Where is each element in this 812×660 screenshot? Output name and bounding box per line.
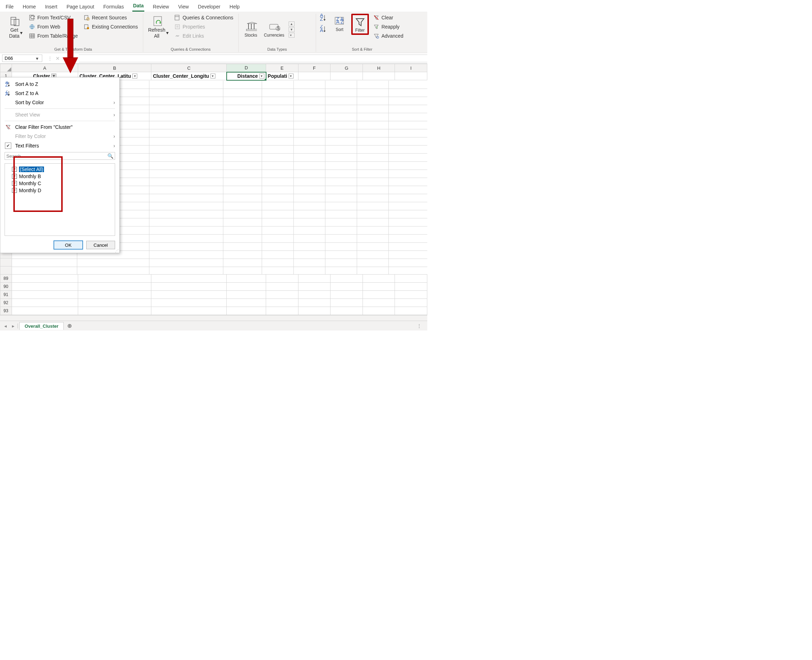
gallery-down-icon[interactable]: ▼ [289, 27, 295, 32]
col-header-H[interactable]: H [363, 64, 395, 72]
advanced-filter-button[interactable]: Advanced [372, 32, 405, 40]
from-text-csv-button[interactable]: CSV From Text/CSV [27, 14, 79, 21]
from-web-button[interactable]: From Web [27, 23, 79, 31]
clear-filter-menu-icon [5, 124, 12, 130]
row-header-90[interactable]: 90 [0, 282, 12, 291]
name-box-input[interactable] [2, 55, 34, 62]
filter-dropdown-longitude[interactable]: ▾ [211, 74, 216, 78]
col-header-C[interactable]: C [151, 64, 227, 72]
filter-values-list[interactable]: (Select All) Monthly B Monthly C Monthly… [5, 163, 115, 236]
row-header-92[interactable]: 92 [0, 299, 12, 307]
col-header-I[interactable]: I [395, 64, 427, 72]
tab-file[interactable]: File [5, 2, 14, 12]
sheet-tab-options-icon[interactable]: ⋮ [417, 323, 425, 329]
from-table-range-button[interactable]: From Table/Range [27, 32, 79, 40]
resize-grip-icon[interactable]: ⋰ [115, 249, 119, 253]
filter-search-input[interactable] [6, 154, 107, 159]
sort-ascending[interactable]: AZ Sort A to Z [0, 79, 119, 89]
header-cell-population[interactable]: Populati ▾ [266, 72, 298, 80]
row-header-91[interactable]: 91 [0, 291, 12, 299]
sort-desc-small-icon[interactable]: ZA [320, 25, 328, 33]
table-range-icon [29, 33, 35, 39]
cancel-entry-icon[interactable]: ✕ [55, 56, 60, 61]
checkbox-icon[interactable] [12, 174, 17, 179]
gallery-more-icon[interactable]: ▾ [289, 33, 295, 38]
name-box-dropdown-icon[interactable]: ▾ [34, 56, 40, 61]
tab-insert[interactable]: Insert [44, 2, 58, 12]
svg-text:$: $ [277, 25, 280, 31]
get-data-button[interactable]: Get Data▾ [7, 14, 25, 40]
horizontal-scrollbar[interactable] [0, 315, 427, 320]
ribbon: Get Data▾ CSV From Text/CSV From Web Fro… [0, 12, 427, 53]
tab-home[interactable]: Home [22, 2, 36, 12]
sort-by-color[interactable]: Sort by Color › [0, 98, 119, 107]
filter-item-monthly-c[interactable]: Monthly C [8, 180, 112, 187]
edit-links-button: Edit Links [173, 32, 235, 40]
stocks-icon [245, 21, 257, 33]
recent-sources-button[interactable]: Recent Sources [82, 14, 140, 21]
col-header-G[interactable]: G [330, 64, 363, 72]
col-header-B[interactable]: B [78, 64, 151, 72]
reapply-button[interactable]: Reapply [372, 23, 405, 31]
filter-item-monthly-d[interactable]: Monthly D [8, 187, 112, 194]
sheet-nav-prev[interactable]: ◂ [2, 323, 8, 329]
select-all-corner[interactable] [0, 64, 12, 72]
sort-asc-small-icon[interactable]: AZ [320, 14, 328, 22]
tab-view[interactable]: View [178, 2, 189, 12]
sort-asc-icon: AZ [5, 81, 12, 87]
cancel-button[interactable]: Cancel [86, 241, 115, 249]
get-data-icon [10, 15, 22, 27]
gallery-up-icon[interactable]: ▲ [289, 21, 295, 26]
text-filters[interactable]: ✔ Text Filters › [0, 141, 119, 151]
sheet-nav-next[interactable]: ▸ [10, 323, 16, 329]
filter-search-box[interactable]: 🔍 [5, 152, 115, 160]
tab-help[interactable]: Help [229, 2, 240, 12]
filter-dropdown-latitude[interactable]: ▾ [132, 74, 137, 78]
svg-marker-47 [374, 25, 378, 29]
tab-developer[interactable]: Developer [197, 2, 221, 12]
refresh-all-button[interactable]: Refresh All▾ [147, 14, 170, 40]
existing-connections-button[interactable]: Existing Connections [82, 23, 140, 31]
clear-filter-icon [373, 14, 379, 21]
filter-button[interactable]: Filter [351, 14, 369, 35]
header-cell-longitude[interactable]: Cluster_Center_Longitu ▾ [151, 72, 227, 80]
name-box[interactable]: ▾ [2, 55, 42, 62]
formula-input[interactable] [79, 55, 427, 62]
checkbox-icon[interactable] [12, 181, 17, 186]
sort-button[interactable]: Z AA Z Sort [331, 14, 349, 33]
col-header-D[interactable]: D [227, 64, 266, 72]
filter-item-select-all[interactable]: (Select All) [8, 166, 112, 173]
tab-review[interactable]: Review [152, 2, 170, 12]
filter-item-monthly-b[interactable]: Monthly B [8, 173, 112, 180]
clear-filter-button[interactable]: Clear [372, 14, 405, 21]
col-header-E[interactable]: E [266, 64, 298, 72]
clear-filter-from[interactable]: Clear Filter From "Cluster" [0, 122, 119, 132]
col-header-F[interactable]: F [298, 64, 330, 72]
connections-icon [83, 24, 90, 30]
svg-text:Z: Z [320, 16, 323, 22]
row-header-93[interactable]: 93 [0, 307, 12, 315]
col-header-A[interactable]: A [12, 64, 78, 72]
currencies-button[interactable]: $ Currencies [263, 19, 286, 39]
add-sheet-button[interactable]: ⊕ [67, 322, 72, 329]
recent-icon [83, 14, 90, 21]
sort-descending[interactable]: ZA Sort Z to A [0, 89, 119, 98]
tab-data[interactable]: Data [132, 2, 144, 12]
tab-page-layout[interactable]: Page Layout [66, 2, 95, 12]
queries-connections-button[interactable]: Queries & Connections [173, 14, 235, 21]
stocks-button[interactable]: Stocks [242, 19, 260, 39]
checkbox-icon[interactable] [12, 188, 17, 193]
svg-marker-29 [247, 22, 257, 24]
accept-entry-icon[interactable]: ✔ [63, 56, 68, 61]
header-cell-distance[interactable]: Distance ▾ [227, 72, 266, 80]
row-header-89[interactable]: 89 [0, 274, 12, 282]
tab-formulas[interactable]: Formulas [103, 2, 125, 12]
checkbox-icon[interactable] [12, 167, 17, 172]
ok-button[interactable]: OK [54, 241, 83, 249]
filter-dropdown-population[interactable]: ▾ [289, 74, 293, 78]
svg-text:Z: Z [5, 82, 8, 87]
fx-icon[interactable]: fx [70, 56, 76, 61]
sheet-tab-overall-cluster[interactable]: Overall_Cluster [19, 322, 64, 330]
more-menu-icon[interactable]: ⋮ [47, 56, 53, 61]
filter-dropdown-distance[interactable]: ▾ [259, 74, 264, 78]
